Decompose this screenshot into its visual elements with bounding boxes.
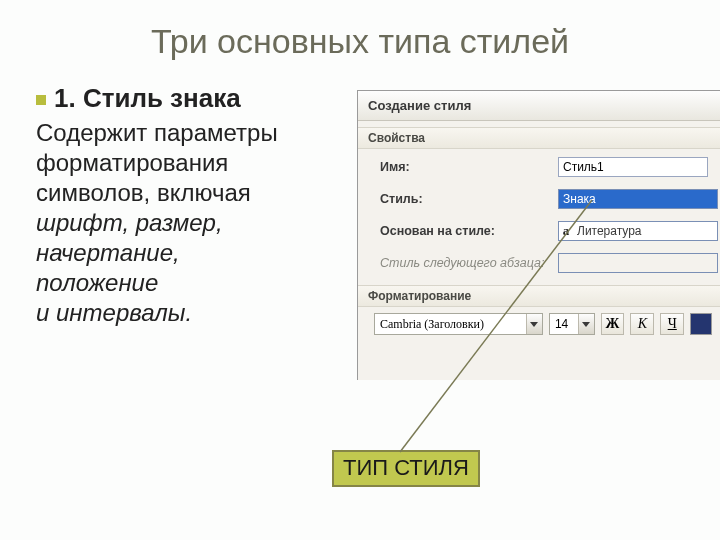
dialog-title: Создание стиля <box>358 91 720 121</box>
based-on-combo[interactable]: a Литература <box>558 221 718 241</box>
body-line: Содержит параметры <box>36 118 358 148</box>
label-next-style: Стиль следующего абзаца: <box>358 256 558 270</box>
bullet-icon <box>36 95 46 105</box>
row-name: Имя: <box>358 151 720 183</box>
body-line: форматирования <box>36 148 358 178</box>
character-style-icon: a <box>559 223 573 239</box>
callout-label: ТИП СТИЛЯ <box>332 450 480 487</box>
underline-button[interactable]: Ч <box>660 313 684 335</box>
style-combo-value: Знака <box>559 191 717 207</box>
style-combo[interactable]: Знака <box>558 189 718 209</box>
chevron-down-icon[interactable] <box>578 314 594 334</box>
row-based-on: Основан на стиле: a Литература <box>358 215 720 247</box>
subheading-text: 1. Стиль знака <box>54 83 241 113</box>
label-name: Имя: <box>358 160 558 174</box>
label-style: Стиль: <box>358 192 558 206</box>
chevron-down-icon[interactable] <box>526 314 542 334</box>
size-combo[interactable]: 14 <box>549 313 595 335</box>
body-line-italic: положение <box>36 268 358 298</box>
size-combo-value: 14 <box>550 316 578 332</box>
font-combo[interactable]: Cambria (Заголовки) <box>374 313 543 335</box>
row-next-style: Стиль следующего абзаца: <box>358 247 720 279</box>
based-on-value: Литература <box>573 223 717 239</box>
section-format: Форматирование <box>358 285 720 307</box>
body-text: Содержит параметры форматирования символ… <box>36 118 358 328</box>
subheading: 1. Стиль знака <box>36 83 358 114</box>
italic-button[interactable]: К <box>630 313 654 335</box>
section-properties: Свойства <box>358 127 720 149</box>
bold-button[interactable]: Ж <box>601 313 625 335</box>
next-style-value <box>559 262 717 264</box>
body-line-italic: шрифт, размер, <box>36 208 358 238</box>
left-column: 1. Стиль знака Содержит параметры формат… <box>0 75 358 328</box>
label-based-on: Основан на стиле: <box>358 224 558 238</box>
next-style-combo[interactable] <box>558 253 718 273</box>
font-combo-value: Cambria (Заголовки) <box>375 316 526 333</box>
body-line-italic: начертание, <box>36 238 358 268</box>
properties-form: Имя: Стиль: Знака Основан на стиле: a Ли… <box>358 149 720 279</box>
create-style-dialog: Создание стиля Свойства Имя: Стиль: Знак… <box>357 90 720 380</box>
format-toolbar: Cambria (Заголовки) 14 Ж К Ч <box>358 307 720 335</box>
body-line: символов, включая <box>36 178 358 208</box>
font-color-swatch[interactable] <box>690 313 712 335</box>
body-line-italic: и интервалы. <box>36 298 358 328</box>
name-input[interactable] <box>558 157 708 177</box>
row-style: Стиль: Знака <box>358 183 720 215</box>
slide-title: Три основных типа стилей <box>0 0 720 75</box>
